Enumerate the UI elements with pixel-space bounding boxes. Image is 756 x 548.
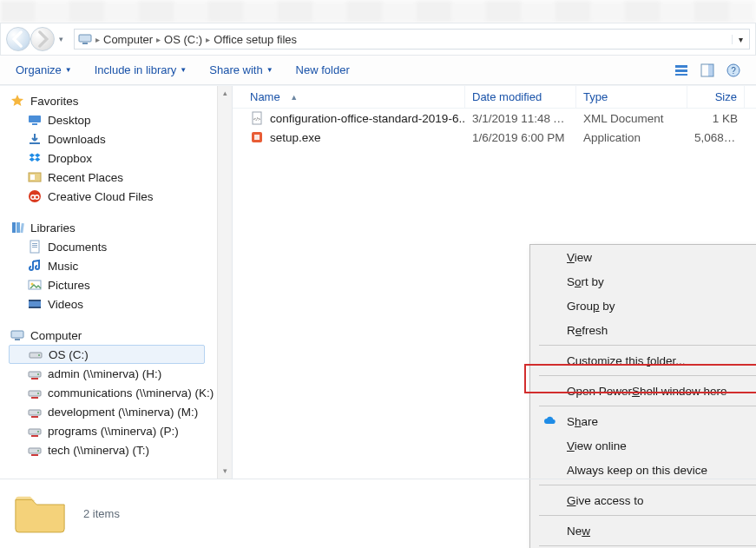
breadcrumb[interactable]: ▸ Computer ▸ OS (C:) ▸ Office setup file…	[74, 29, 750, 50]
sidebar-favorite-item[interactable]: Recent Places	[9, 168, 215, 187]
sidebar-favorites[interactable]: Favorites	[9, 91, 215, 110]
sidebar-drive-item[interactable]: development (\\minerva) (M:)	[9, 402, 215, 421]
svg-rect-17	[12, 222, 16, 233]
sidebar-favorite-item[interactable]: Dropbox	[9, 149, 215, 168]
desktop-icon	[28, 113, 42, 127]
svg-text:?: ?	[731, 66, 736, 76]
netdrive-icon	[28, 424, 42, 438]
svg-rect-10	[32, 123, 37, 125]
help-icon[interactable]: ?	[726, 63, 740, 77]
status-item-count: 2 items	[83, 507, 120, 520]
sidebar-favorite-item[interactable]: Downloads	[9, 129, 215, 149]
file-name: setup.exe	[270, 131, 321, 144]
file-type: Application	[576, 131, 687, 144]
context-menu-item[interactable]: Sort by›	[530, 269, 756, 294]
sidebar-library-item[interactable]: Pictures	[9, 275, 215, 294]
sidebar-drive-item[interactable]: tech (\\minerva) (T:)	[9, 440, 215, 459]
address-bar: ▾ ▸ Computer ▸ OS (C:) ▸ Office setup fi…	[0, 23, 756, 56]
sidebar-drive-item[interactable]: admin (\\minerva) (H:)	[9, 364, 215, 383]
toolbar-share-with[interactable]: Share with▼	[209, 63, 273, 76]
toolbar-include-in-library[interactable]: Include in library▼	[95, 63, 187, 76]
svg-point-38	[37, 412, 39, 413]
explorer-toolbar: Organize▼ Include in library▼ Share with…	[0, 56, 756, 85]
window-header-hint	[0, 0, 756, 23]
folder-icon	[14, 492, 66, 537]
svg-rect-4	[675, 74, 687, 76]
toolbar-new-folder[interactable]: New folder	[296, 63, 350, 76]
svg-rect-18	[16, 222, 20, 233]
explorer-body: FavoritesDesktopDownloadsDropboxRecent P…	[0, 85, 756, 479]
sidebar-library-item[interactable]: Videos	[9, 294, 215, 314]
svg-rect-28	[29, 307, 41, 308]
breadcrumb-part[interactable]: Computer	[100, 33, 156, 46]
nav-forward-button[interactable]	[30, 27, 55, 51]
context-menu-item[interactable]: Refresh	[530, 318, 756, 342]
netdrive-icon	[28, 443, 42, 457]
svg-point-32	[38, 354, 40, 356]
context-menu-item[interactable]: Open PowerShell window here	[530, 379, 756, 403]
vids-icon	[28, 297, 42, 311]
svg-point-40	[37, 431, 39, 432]
sidebar-scrollbar[interactable]: ▴▾	[217, 86, 232, 479]
column-size[interactable]: Size	[687, 86, 745, 108]
nav-back-button[interactable]	[6, 27, 30, 51]
preview-pane-icon[interactable]	[700, 63, 714, 77]
sidebar-drive-item[interactable]: programs (\\minerva) (P:)	[9, 421, 215, 440]
context-menu-separator	[539, 375, 756, 376]
docs-icon	[28, 240, 42, 254]
status-bar: 2 items	[0, 479, 756, 548]
context-menu-item[interactable]: Customize this folder...	[530, 348, 756, 373]
svg-rect-29	[11, 331, 23, 338]
svg-rect-30	[15, 339, 20, 340]
netdrive-icon	[28, 405, 42, 419]
sidebar-drive-item[interactable]: OS (C:)	[9, 345, 205, 364]
netdrive-icon	[28, 366, 42, 380]
svg-rect-46	[254, 135, 260, 140]
xml-icon: </>	[250, 111, 264, 125]
svg-point-36	[37, 393, 39, 394]
context-menu-item[interactable]: Group by›	[530, 294, 756, 318]
column-headers: Name ▲ Date modified Type Size	[233, 86, 756, 109]
file-type: XML Document	[576, 112, 687, 125]
sidebar-favorite-item[interactable]: Creative Cloud Files	[9, 187, 215, 206]
svg-rect-2	[675, 65, 687, 68]
nav-history-dropdown[interactable]: ▾	[55, 27, 67, 51]
sidebar-libraries[interactable]: Libraries	[9, 218, 215, 237]
sidebar-drive-item[interactable]: communications (\\minerva) (K:)	[9, 383, 215, 402]
svg-rect-1	[82, 43, 88, 44]
sidebar-computer[interactable]: Computer	[9, 326, 215, 345]
file-list-pane: Name ▲ Date modified Type Size </> confi…	[233, 86, 756, 479]
context-menu-separator	[539, 345, 756, 346]
context-menu-separator	[539, 406, 756, 406]
star-icon	[10, 94, 24, 108]
context-menu-item[interactable]: View›	[530, 245, 756, 269]
breadcrumb-part[interactable]: Office setup files	[210, 33, 300, 46]
svg-rect-13	[30, 175, 35, 180]
file-size: 1 KB	[687, 112, 745, 125]
column-date[interactable]: Date modified	[465, 86, 576, 108]
context-menu-item[interactable]: Share	[530, 409, 756, 433]
file-row[interactable]: setup.exe 1/6/2019 6:00 PM Application 5…	[233, 128, 756, 147]
office-icon	[250, 130, 264, 144]
address-dropdown[interactable]: ▾	[732, 35, 749, 44]
view-options-icon[interactable]	[674, 63, 688, 77]
sidebar-library-item[interactable]: Music	[9, 256, 215, 275]
cc-icon	[28, 189, 42, 203]
file-name: configuration-office-standard-2019-6...	[270, 112, 465, 125]
column-type[interactable]: Type	[576, 86, 687, 108]
column-name[interactable]: Name ▲	[243, 86, 465, 108]
toolbar-organize[interactable]: Organize▼	[16, 63, 72, 76]
svg-rect-23	[32, 247, 37, 248]
sidebar-favorite-item[interactable]: Desktop	[9, 110, 215, 129]
file-date: 3/1/2019 11:48 A...	[465, 112, 576, 125]
music-icon	[28, 259, 42, 273]
context-menu-item[interactable]: View online	[530, 433, 756, 458]
breadcrumb-part[interactable]: OS (C:)	[161, 33, 206, 46]
sidebar-library-item[interactable]: Documents	[9, 237, 215, 256]
svg-rect-26	[29, 300, 41, 307]
netdrive-icon	[28, 386, 42, 399]
navigation-pane: FavoritesDesktopDownloadsDropboxRecent P…	[0, 86, 233, 479]
svg-rect-11	[30, 142, 40, 144]
disk-icon	[29, 347, 43, 361]
file-row[interactable]: </> configuration-office-standard-2019-6…	[233, 109, 756, 128]
